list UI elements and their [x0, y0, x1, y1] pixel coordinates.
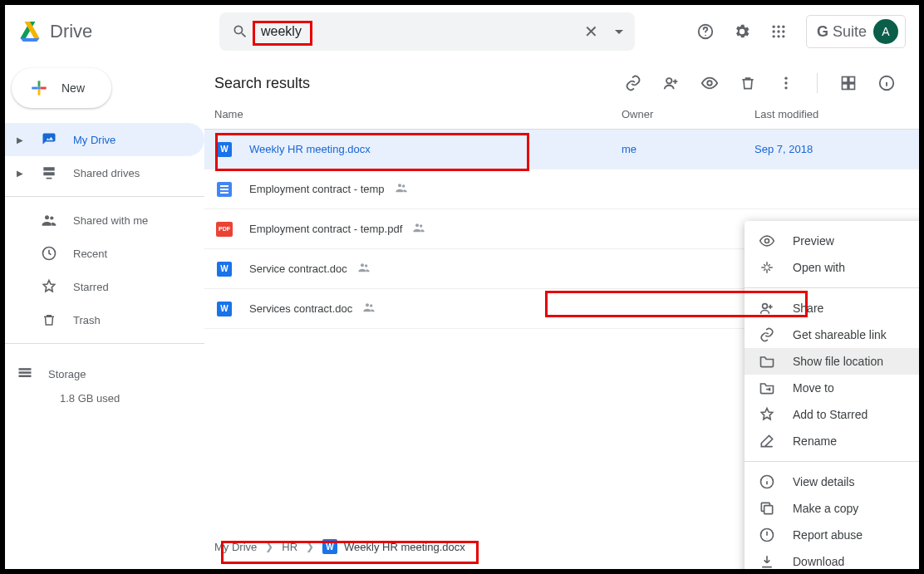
- sidebar-item-recent[interactable]: Recent: [5, 237, 204, 270]
- svg-rect-39: [764, 506, 773, 514]
- sidebar-item-label: My Drive: [73, 134, 116, 146]
- avatar[interactable]: A: [873, 19, 898, 44]
- link-icon: [758, 326, 776, 343]
- search-options-dropdown[interactable]: [615, 30, 623, 34]
- column-headers: Name Owner Last modified: [204, 100, 919, 130]
- file-name: Service contract.doc: [249, 261, 622, 277]
- breadcrumb-folder[interactable]: HR: [282, 541, 297, 553]
- word-doc-icon: W: [217, 302, 232, 316]
- star-icon: [40, 278, 58, 295]
- header: Drive ✕ G G SuiteSuite A: [5, 5, 919, 58]
- logo-block[interactable]: Drive: [18, 21, 199, 42]
- svg-point-34: [366, 303, 369, 307]
- menu-item-add-to-starred[interactable]: Add to Starred: [745, 401, 919, 428]
- svg-rect-26: [849, 84, 855, 90]
- new-button-label: New: [61, 81, 85, 95]
- svg-point-35: [370, 304, 372, 307]
- menu-item-label: Add to Starred: [793, 408, 867, 421]
- svg-point-10: [782, 35, 784, 37]
- shared-icon: [357, 261, 371, 274]
- menu-item-show-file-location[interactable]: Show file location: [745, 348, 919, 375]
- table-row[interactable]: Employment contract - temp: [204, 169, 919, 209]
- search-bar[interactable]: ✕: [219, 12, 635, 51]
- info-icon[interactable]: [877, 74, 896, 92]
- word-doc-icon: W: [217, 262, 232, 277]
- svg-point-12: [45, 215, 49, 219]
- menu-item-share[interactable]: Share: [745, 295, 919, 321]
- col-name[interactable]: Name: [214, 108, 622, 120]
- alert-icon: [758, 527, 776, 543]
- breadcrumb-root[interactable]: My Drive: [214, 541, 257, 553]
- table-row[interactable]: WWeekly HR meeting.docxmeSep 7, 2018: [204, 130, 919, 169]
- chevron-right-icon: ❯: [265, 541, 273, 552]
- svg-point-5: [772, 30, 774, 32]
- svg-point-37: [763, 304, 768, 309]
- grid-view-icon[interactable]: [839, 74, 858, 92]
- svg-point-36: [765, 239, 769, 243]
- menu-item-open-with[interactable]: Open with❯: [745, 254, 919, 281]
- download-icon: [758, 553, 776, 569]
- delete-icon[interactable]: [739, 74, 757, 92]
- svg-rect-17: [19, 375, 32, 377]
- apps-grid-icon[interactable]: [769, 22, 788, 41]
- info-icon: [758, 473, 776, 490]
- svg-point-31: [420, 224, 422, 227]
- share-icon[interactable]: [662, 74, 681, 92]
- search-input[interactable]: [261, 24, 573, 39]
- plus-icon: [28, 77, 50, 99]
- breadcrumb-file[interactable]: W Weekly HR meeting.docx: [322, 539, 465, 554]
- sidebar-item-label: Shared drives: [73, 167, 140, 179]
- svg-point-30: [415, 223, 419, 227]
- menu-item-download[interactable]: Download: [745, 548, 919, 569]
- storage-label: Storage: [48, 368, 86, 380]
- search-icon[interactable]: [231, 22, 249, 41]
- menu-item-label: Report abuse: [793, 528, 863, 542]
- word-doc-icon: W: [322, 539, 337, 554]
- link-icon[interactable]: [624, 74, 642, 92]
- sidebar-item-shared-drives[interactable]: ▶ Shared drives: [5, 156, 204, 189]
- chevron-right-icon: ▶: [17, 135, 25, 145]
- help-icon[interactable]: [696, 22, 715, 41]
- new-button[interactable]: New: [12, 68, 111, 108]
- svg-point-6: [777, 30, 779, 32]
- sidebar-storage[interactable]: Storage 1.8 GB used: [5, 351, 204, 413]
- svg-point-19: [707, 81, 712, 86]
- sidebar-item-trash[interactable]: Trash: [5, 303, 204, 336]
- menu-item-rename[interactable]: Rename: [745, 428, 919, 454]
- move-icon: [758, 380, 776, 396]
- svg-point-8: [772, 35, 774, 37]
- col-owner[interactable]: Owner: [622, 108, 754, 120]
- shared-icon: [362, 301, 376, 314]
- menu-item-make-a-copy[interactable]: Make a copy: [745, 495, 919, 522]
- copy-icon: [758, 500, 776, 517]
- menu-item-label: Open with: [793, 261, 845, 274]
- menu-item-view-details[interactable]: View details: [745, 469, 919, 495]
- chevron-right-icon: ❯: [306, 541, 314, 552]
- svg-rect-11: [38, 87, 41, 90]
- menu-item-report-abuse[interactable]: Report abuse: [745, 522, 919, 548]
- person-add-icon: [758, 300, 776, 316]
- file-modified: Sep 7, 2018: [754, 143, 919, 155]
- more-icon[interactable]: [777, 74, 795, 92]
- settings-icon[interactable]: [733, 22, 751, 41]
- sidebar-item-label: Recent: [73, 248, 107, 260]
- menu-item-label: Move to: [793, 381, 834, 395]
- col-modified[interactable]: Last modified: [754, 108, 919, 120]
- search-clear-icon[interactable]: ✕: [584, 22, 598, 42]
- svg-point-13: [50, 216, 53, 219]
- preview-icon[interactable]: [700, 74, 719, 92]
- gsuite-badge[interactable]: G G SuiteSuite A: [806, 15, 906, 48]
- sidebar-item-my-drive[interactable]: ▶ My Drive: [5, 123, 204, 156]
- sidebar-item-label: Starred: [73, 281, 109, 293]
- clock-icon: [40, 245, 58, 262]
- menu-item-label: Preview: [793, 234, 834, 248]
- sidebar-item-shared-with-me[interactable]: Shared with me: [5, 204, 204, 237]
- file-name: Employment contract - temp.pdf: [249, 221, 622, 237]
- menu-item-move-to[interactable]: Move to: [745, 375, 919, 401]
- shared-icon: [412, 221, 425, 234]
- menu-item-preview[interactable]: Preview: [745, 228, 919, 254]
- sidebar-item-starred[interactable]: Starred: [5, 270, 204, 303]
- gdoc-icon: [217, 182, 232, 197]
- menu-item-get-shareable-link[interactable]: Get shareable link: [745, 321, 919, 348]
- menu-item-label: Make a copy: [793, 502, 858, 515]
